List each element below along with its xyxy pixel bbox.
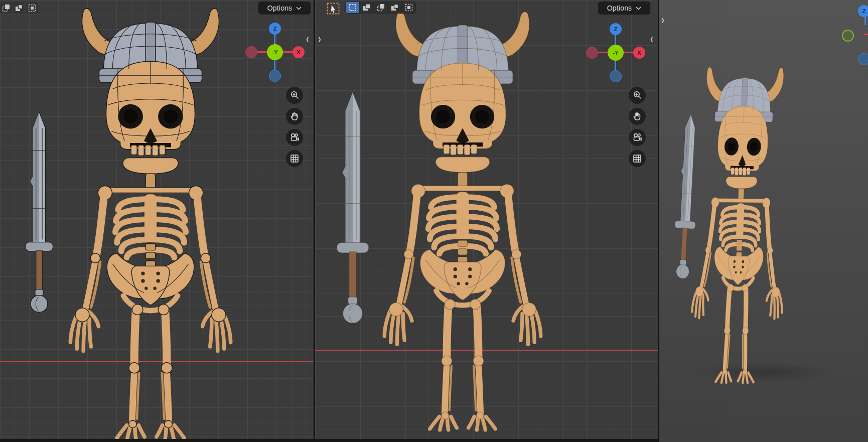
gizmo-axis-z[interactable]: Z <box>858 5 868 17</box>
pan-button[interactable] <box>629 108 646 125</box>
gizmo-axis-x[interactable]: X <box>293 46 305 58</box>
skeleton-object-wireframe[interactable] <box>48 4 253 439</box>
camera-view-button[interactable] <box>286 129 303 146</box>
navigation-gizmo[interactable]: Z X -Y <box>586 23 646 83</box>
gizmo-axis-z[interactable]: Z <box>269 23 281 35</box>
grid-icon <box>633 154 642 163</box>
panel-divider[interactable] <box>314 0 315 442</box>
box-select-extend-button[interactable] <box>360 2 373 13</box>
grid-icon <box>290 154 299 163</box>
blender-window: Options Z X -Y <box>0 0 868 442</box>
options-dropdown[interactable]: Options <box>598 2 650 15</box>
toggle-grid-button[interactable] <box>286 150 303 167</box>
box-select-intersect-button[interactable] <box>26 2 38 14</box>
panel-divider[interactable] <box>658 0 659 442</box>
gizmo-x-axis-line <box>863 34 868 35</box>
select-mode-group <box>345 2 416 14</box>
box-select-intersect-icon <box>28 4 36 12</box>
pan-button[interactable] <box>286 108 303 125</box>
zoom-button[interactable] <box>629 87 646 104</box>
gizmo-axis-z[interactable]: Z <box>610 23 622 35</box>
viewport-perspective-preview[interactable]: › Z <box>659 0 868 442</box>
box-select-extend-icon <box>363 4 371 12</box>
collapse-sidebar-arrow[interactable]: ‹ <box>306 33 309 45</box>
tweak-cursor-icon <box>327 3 340 15</box>
gizmo-axis-neg-z[interactable] <box>269 70 281 82</box>
zoom-icon <box>290 91 299 100</box>
box-select-subtract-icon <box>377 4 385 12</box>
box-select-intersect-icon <box>405 4 413 12</box>
zoom-button[interactable] <box>286 87 303 104</box>
box-select-invert-icon <box>391 4 399 12</box>
viewport-front-wireframe[interactable]: Options Z X -Y <box>0 0 314 442</box>
viewport-bottom-edge <box>0 439 658 442</box>
gizmo-axis-neg-z[interactable] <box>610 70 622 82</box>
options-label: Options <box>267 4 293 12</box>
zoom-icon <box>633 91 642 100</box>
camera-view-button[interactable] <box>629 129 646 146</box>
hand-icon <box>290 112 299 121</box>
options-label: Options <box>607 4 632 12</box>
expand-toolbar-arrow[interactable]: › <box>318 33 321 45</box>
box-select-intersect-button[interactable] <box>402 2 415 13</box>
box-select-new-button[interactable] <box>346 2 359 13</box>
camera-icon <box>290 133 300 142</box>
gizmo-axis-neg-z[interactable] <box>858 53 868 65</box>
skeleton-object[interactable] <box>362 8 563 430</box>
box-select-new-icon <box>349 4 357 12</box>
collapse-sidebar-arrow[interactable]: ‹ <box>650 33 653 45</box>
box-select-invert-button[interactable] <box>13 2 25 14</box>
chevron-down-icon <box>636 7 641 10</box>
navigation-gizmo[interactable]: Z X -Y <box>245 22 305 82</box>
options-dropdown[interactable]: Options <box>258 2 311 15</box>
viewport-front-solid[interactable]: Options Z X -Y <box>315 0 658 442</box>
camera-icon <box>633 133 642 142</box>
gizmo-axis-neg-y-front[interactable]: -Y <box>267 44 283 60</box>
gizmo-axis-y-back[interactable] <box>842 30 854 42</box>
hand-icon <box>633 112 642 121</box>
gizmo-axis-x[interactable]: X <box>633 47 645 59</box>
gizmo-axis-neg-x[interactable] <box>245 46 257 58</box>
box-select-subtract-button[interactable] <box>374 2 387 13</box>
box-select-subtract-icon <box>2 4 10 12</box>
box-select-invert-icon <box>15 4 23 12</box>
expand-toolbar-arrow[interactable]: › <box>661 14 664 26</box>
box-select-subtract-button[interactable] <box>0 2 12 14</box>
box-select-invert-button[interactable] <box>388 2 401 13</box>
gizmo-axis-neg-x[interactable] <box>586 47 598 59</box>
chevron-down-icon <box>296 7 302 10</box>
gizmo-axis-neg-y-front[interactable]: -Y <box>608 45 624 61</box>
tweak-tool-button[interactable] <box>326 2 340 15</box>
skeleton-object-preview[interactable] <box>677 64 803 383</box>
toggle-grid-button[interactable] <box>629 150 646 167</box>
